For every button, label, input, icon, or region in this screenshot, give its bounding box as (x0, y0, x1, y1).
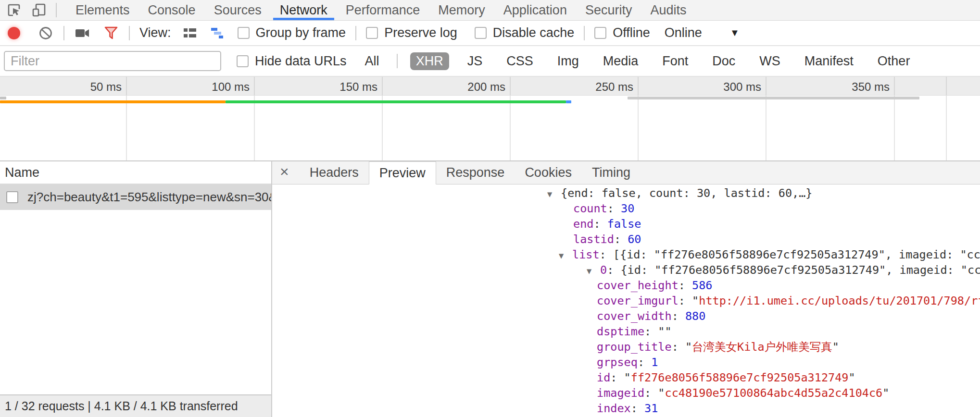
tree-line[interactable]: count: 30 (272, 201, 980, 216)
tab-application[interactable]: Application (494, 0, 576, 20)
overview-request-bar (0, 100, 226, 103)
offline-label: Offline (613, 25, 650, 40)
filter-input[interactable] (4, 51, 221, 71)
tree-segment-p: "" (658, 325, 671, 338)
close-icon[interactable]: × (279, 161, 295, 184)
tree-line[interactable]: ▼{end: false, count: 30, lastid: 60,…} (272, 185, 980, 201)
tab-security[interactable]: Security (576, 0, 641, 20)
tree-segment-s: 台湾美女Kila户外唯美写真 (692, 340, 832, 354)
tree-line[interactable]: dsptime: "" (272, 324, 980, 339)
throttling-select[interactable]: Online (665, 25, 702, 40)
tree-segment-k: imageid (597, 386, 644, 400)
record-button[interactable] (8, 27, 20, 39)
timeline-gridline (894, 77, 895, 95)
filter-chip-js[interactable]: JS (462, 52, 489, 70)
disable-cache-checkbox[interactable] (475, 27, 487, 39)
filter-chip-xhr[interactable]: XHR (410, 52, 449, 70)
clear-icon[interactable] (38, 25, 54, 41)
tree-line[interactable]: id: "ff276e8056f58896e7cf92505a312749" (272, 370, 980, 385)
tree-segment-p: : (607, 202, 621, 215)
show-overview-waterfall-icon[interactable] (210, 25, 226, 41)
tree-segment-p: " (882, 386, 889, 400)
tree-segment-p: " (832, 340, 839, 354)
tab-memory[interactable]: Memory (429, 0, 494, 20)
detail-tabs: HeadersPreviewResponseCookiesTiming (300, 161, 641, 184)
timeline-gridline (894, 96, 895, 160)
preserve-log-checkbox[interactable] (366, 27, 378, 39)
preview-json-tree: ▼{end: false, count: 30, lastid: 60,…}co… (272, 184, 980, 417)
tree-line[interactable]: ▼list: [{id: "ff276e8056f58896e7cf92505a… (272, 247, 980, 262)
tree-line[interactable]: cover_imgurl: "http://i1.umei.cc/uploads… (272, 293, 980, 308)
expand-triangle-icon[interactable]: ▼ (587, 263, 600, 279)
detail-tab-preview[interactable]: Preview (369, 161, 436, 184)
tab-performance[interactable]: Performance (337, 0, 429, 20)
small-request-rows-icon[interactable] (182, 25, 198, 41)
toggle-device-toolbar-icon[interactable] (31, 2, 47, 18)
devtools-window: ElementsConsoleSourcesNetworkPerformance… (0, 0, 980, 417)
tab-network[interactable]: Network (271, 0, 337, 20)
tree-segment-p: : (644, 325, 658, 338)
tree-line[interactable]: cover_height: 586 (272, 278, 980, 293)
timeline-ruler: 50 ms100 ms150 ms200 ms250 ms300 ms350 m… (0, 77, 980, 96)
filter-funnel-icon[interactable] (103, 25, 119, 41)
tree-line[interactable]: ▼0: {id: "ff276e8056f58896e7cf92505a3127… (272, 262, 980, 278)
inspect-element-icon[interactable] (6, 2, 22, 18)
filter-chip-font[interactable]: Font (656, 52, 694, 70)
filter-chip-doc[interactable]: Doc (706, 52, 741, 70)
overview-request-bar (0, 97, 6, 99)
filter-chip-media[interactable]: Media (597, 52, 644, 70)
request-row-selected[interactable]: zj?ch=beauty&t1=595&listtype=new&sn=30&l… (0, 184, 271, 210)
tree-segment-s: cc48190e57100864abc4d55a2c4104c6 (665, 386, 883, 400)
network-overview[interactable]: 50 ms100 ms150 ms200 ms250 ms300 ms350 m… (0, 77, 980, 161)
tree-line[interactable]: lastid: 60 (272, 232, 980, 247)
filter-chip-ws[interactable]: WS (754, 52, 786, 70)
network-filterbar: Hide data URLs AllXHRJSCSSImgMediaFontDo… (0, 46, 980, 77)
tree-line[interactable]: index: 31 (272, 401, 980, 416)
tab-console[interactable]: Console (139, 0, 205, 20)
offline-checkbox[interactable] (594, 27, 606, 39)
timeline-tick-label: 200 ms (433, 80, 505, 94)
filter-chip-css[interactable]: CSS (501, 52, 539, 70)
tree-segment-p: : (678, 279, 692, 292)
capture-screenshots-icon[interactable] (74, 25, 90, 41)
tree-segment-n: 586 (692, 279, 712, 292)
tab-audits[interactable]: Audits (641, 0, 695, 20)
chevron-down-icon[interactable]: ▼ (730, 27, 740, 38)
detail-tab-response[interactable]: Response (436, 161, 515, 184)
filter-chip-manifest[interactable]: Manifest (799, 52, 859, 70)
filter-chip-img[interactable]: Img (552, 52, 585, 70)
tree-segment-p: : (672, 340, 685, 354)
filter-chip-other[interactable]: Other (872, 52, 916, 70)
tree-line[interactable]: group_title: "台湾美女Kila户外唯美写真" (272, 339, 980, 355)
tree-segment-k: cover_height (597, 279, 678, 292)
detail-tab-cookies[interactable]: Cookies (515, 161, 582, 184)
tree-segment-p: : (672, 309, 685, 323)
tree-line[interactable]: cover_width: 880 (272, 308, 980, 324)
expand-triangle-icon[interactable]: ▼ (559, 248, 572, 263)
detail-tab-headers[interactable]: Headers (300, 161, 369, 184)
expand-triangle-icon[interactable]: ▼ (547, 186, 561, 202)
tab-elements[interactable]: Elements (66, 0, 139, 20)
tree-segment-s: http://i1.umei.cc/uploads/tu/201701/798/… (699, 294, 980, 307)
tree-segment-p: " (849, 371, 855, 384)
detail-tab-timing[interactable]: Timing (582, 161, 641, 184)
tree-segment-p: : (614, 233, 628, 246)
toolbar-separator (63, 26, 64, 40)
overview-request-bar (566, 100, 571, 103)
tree-segment-n: false (607, 217, 641, 231)
tab-sources[interactable]: Sources (205, 0, 271, 20)
hide-data-urls-checkbox[interactable] (237, 55, 249, 67)
network-toolbar: View: Group by frame Preserve log (0, 21, 980, 46)
filter-chip-all[interactable]: All (359, 52, 385, 70)
name-column-header[interactable]: Name (0, 161, 271, 184)
tree-line[interactable]: end: false (272, 216, 980, 232)
timeline-gridline (382, 77, 383, 95)
timeline-gridline (946, 96, 947, 160)
tree-line[interactable]: imageid: "cc48190e57100864abc4d55a2c4104… (272, 385, 980, 401)
main-tabbar: ElementsConsoleSourcesNetworkPerformance… (0, 0, 980, 21)
tree-segment-k: id (597, 371, 610, 384)
group-by-frame-checkbox[interactable] (238, 27, 250, 39)
tree-segment-k: group_title (597, 340, 672, 354)
main-tabbar-tabs: ElementsConsoleSourcesNetworkPerformance… (66, 0, 696, 20)
tree-line[interactable]: grpseq: 1 (272, 355, 980, 370)
